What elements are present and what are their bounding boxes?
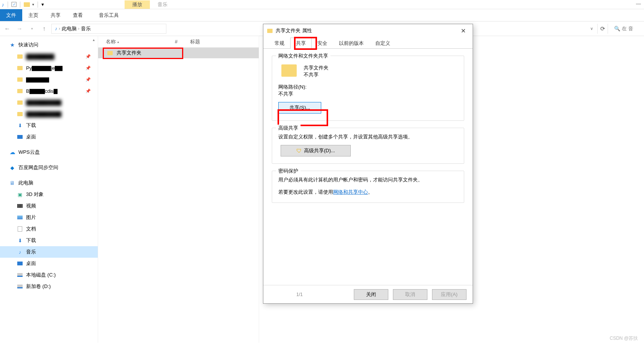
- tree-desktop[interactable]: 桌面: [0, 131, 98, 143]
- share-button[interactable]: 共享(S)...: [278, 102, 321, 114]
- star-icon: ★: [9, 42, 15, 48]
- pin-icon: 📌: [85, 77, 91, 82]
- dialog-body: 网络文件和文件夹共享 共享文件夹 不共享 网络路径(N): 不共享 共享(S).…: [263, 49, 473, 285]
- chevron-right-icon: ›: [78, 26, 79, 31]
- col-name[interactable]: 名称▴: [106, 38, 175, 45]
- password-desc2: 若要更改此设置，请使用网络和共享中心。: [278, 189, 458, 196]
- tree-pinned-item[interactable]: B▇▇▇▇cdis▇📌: [0, 85, 98, 97]
- search-icon: 🔍: [614, 26, 620, 31]
- titlebar: ♪ ✓ ▾ ▾ 播放 音乐 —: [0, 0, 644, 9]
- col-label: 名称: [106, 38, 116, 45]
- sidebar: ▴ ★ 快速访问 ████████📌 Py▇▇▇▇▇je▇▇📌 ▇▇▇▇▇▇📌 …: [0, 36, 98, 343]
- checkbox-icon[interactable]: ✓: [12, 2, 16, 7]
- tree-label: 文档: [26, 225, 36, 232]
- dialog-footer: 1/1 关闭 取消 应用(A): [263, 285, 473, 303]
- pin-icon: 📌: [85, 66, 91, 71]
- tree-disk-c[interactable]: 本地磁盘 (C:): [0, 269, 98, 281]
- search-box[interactable]: 🔍 在 音: [611, 25, 642, 32]
- tab-music-tools[interactable]: 音乐工具: [93, 9, 125, 21]
- advanced-share-button[interactable]: 🛡 高级共享(D)...: [281, 145, 351, 156]
- window-controls: —: [636, 1, 641, 7]
- advanced-desc: 设置自定义权限，创建多个共享，并设置其他高级共享选项。: [278, 133, 458, 140]
- tab-view[interactable]: 查看: [67, 9, 89, 21]
- tree-documents[interactable]: 文档: [0, 223, 98, 235]
- address-dropdown[interactable]: v: [589, 25, 594, 32]
- qat-dropdown-icon[interactable]: ▾: [32, 2, 34, 7]
- tab-general[interactable]: 常规: [269, 38, 290, 49]
- tree-music[interactable]: ♪音乐: [0, 246, 98, 258]
- tree-label: 此电脑: [18, 179, 33, 186]
- back-button[interactable]: ←: [2, 24, 12, 34]
- cancel-button[interactable]: 取消: [393, 289, 427, 300]
- tab-previous-versions[interactable]: 以前的版本: [333, 38, 370, 49]
- tree-pinned-item[interactable]: Py▇▇▇▇▇je▇▇📌: [0, 62, 98, 74]
- tree-pinned-item[interactable]: ██████████: [0, 97, 98, 108]
- shield-icon: 🛡: [296, 148, 302, 154]
- scroll-up-icon[interactable]: ▴: [93, 38, 95, 42]
- tab-share[interactable]: 共享: [44, 9, 67, 21]
- cloud-icon: ☁: [9, 149, 15, 156]
- button-label: 高级共享(D)...: [304, 147, 335, 154]
- apply-button[interactable]: 应用(A): [432, 289, 467, 300]
- tree-pinned-item[interactable]: ████████📌: [0, 51, 98, 62]
- sort-asc-icon: ▴: [117, 40, 119, 44]
- chevron-right-icon: ›: [59, 26, 60, 31]
- tab-file[interactable]: 文件: [0, 9, 22, 21]
- col-title[interactable]: 标题: [190, 38, 200, 45]
- network-center-link[interactable]: 网络和共享中心: [333, 189, 368, 195]
- recent-dropdown[interactable]: ▾: [27, 24, 37, 34]
- desktop-icon: [17, 135, 23, 139]
- dialog-tabs: 常规 共享 安全 以前的版本 自定义: [263, 37, 473, 49]
- network-path-value: 不共享: [278, 91, 458, 97]
- tree-label: 视频: [26, 202, 36, 209]
- group-title: 高级共享: [276, 125, 301, 132]
- refresh-button[interactable]: ⟳: [597, 24, 608, 34]
- disk-icon: [17, 273, 23, 277]
- group-advanced-sharing: 高级共享 设置自定义权限，创建多个共享，并设置其他高级共享选项。 🛡 高级共享(…: [272, 128, 464, 164]
- tab-home[interactable]: 主页: [22, 9, 44, 21]
- document-icon: [18, 226, 22, 232]
- group-title: 网络文件和文件夹共享: [276, 53, 330, 59]
- tree-3d-objects[interactable]: ▣3D 对象: [0, 189, 98, 200]
- breadcrumb-pc[interactable]: 此电脑: [62, 25, 77, 32]
- tree-desktop2[interactable]: 桌面: [0, 258, 98, 269]
- tree-this-pc[interactable]: 🖥此电脑: [0, 177, 98, 189]
- tab-security[interactable]: 安全: [312, 38, 333, 49]
- tree-label: 3D 对象: [26, 191, 44, 198]
- col-hash[interactable]: #: [175, 39, 190, 44]
- share-folder-name: 共享文件夹: [304, 64, 329, 71]
- download-icon: ⬇: [17, 123, 23, 128]
- breadcrumb[interactable]: ♪ › 此电脑 › 音乐: [51, 24, 166, 34]
- minimize-button[interactable]: —: [636, 1, 641, 7]
- file-row[interactable]: 共享文件夹: [98, 48, 259, 58]
- overflow-label: ▾: [41, 2, 44, 7]
- music-note-icon: ♪: [17, 249, 23, 255]
- dialog-titlebar[interactable]: 共享文件夹 属性 ✕: [263, 24, 473, 37]
- tab-sharing[interactable]: 共享: [290, 38, 312, 49]
- pc-icon: 🖥: [9, 180, 15, 186]
- tree-quick-access[interactable]: ★ 快速访问: [0, 39, 98, 51]
- tab-customize[interactable]: 自定义: [370, 38, 396, 49]
- tree-disk-d[interactable]: 新加卷 (D:): [0, 281, 98, 292]
- tree-videos[interactable]: 视频: [0, 200, 98, 212]
- breadcrumb-music[interactable]: 音乐: [81, 25, 91, 32]
- tree-downloads2[interactable]: ⬇下载: [0, 235, 98, 246]
- tree-downloads[interactable]: ⬇下载: [0, 120, 98, 131]
- tree-label: 本地磁盘 (C:): [26, 272, 56, 278]
- tree-wps[interactable]: ☁WPS云盘: [0, 146, 98, 158]
- file-name: 共享文件夹: [117, 49, 141, 56]
- tree-pinned-item[interactable]: ▇▇▇▇▇▇📌: [0, 74, 98, 85]
- column-headers: 名称▴ # 标题: [98, 36, 259, 48]
- cube-icon: ▣: [17, 192, 23, 198]
- forward-button[interactable]: →: [15, 24, 25, 34]
- context-tab-play[interactable]: 播放: [125, 0, 150, 9]
- dialog-close-button[interactable]: ✕: [458, 26, 469, 36]
- dialog-title-text: 共享文件夹 属性: [276, 27, 312, 34]
- up-button[interactable]: ↑: [39, 24, 49, 34]
- tree-baidu[interactable]: ◆百度网盘同步空间: [0, 162, 98, 173]
- page-indicator: 1/1: [296, 292, 303, 297]
- group-password-protect: 密码保护 用户必须具有此计算机的用户帐户和密码，才能访问共享文件夹。 若要更改此…: [272, 171, 464, 203]
- tree-pictures[interactable]: 图片: [0, 212, 98, 223]
- tree-pinned-item[interactable]: ██████████: [0, 108, 98, 120]
- close-button[interactable]: 关闭: [354, 289, 388, 300]
